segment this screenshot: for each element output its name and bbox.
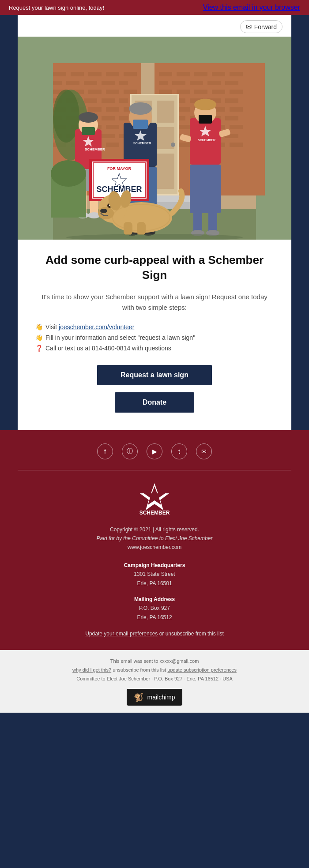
unsubscribe-text: unsubscribe from this list: [113, 667, 166, 673]
volunteer-link[interactable]: joeschember.com/volunteer: [59, 323, 134, 331]
footer-mailing: Mailing Address P.O. Box 927 Erie, PA 16…: [9, 595, 300, 622]
svg-rect-46: [106, 143, 119, 147]
copyright-text: Copyright © 2021 | All rights reserved.: [110, 526, 199, 533]
svg-point-142: [194, 99, 216, 110]
svg-rect-9: [66, 81, 79, 85]
facebook-icon[interactable]: f: [97, 443, 113, 459]
svg-rect-31: [102, 116, 115, 120]
preferences-suffix: or unsubscribe from this list: [159, 631, 224, 637]
footer-bottom-text: This email was sent to xxxxx@gmail.com w…: [9, 657, 300, 683]
svg-rect-32: [119, 116, 128, 120]
svg-rect-15: [88, 90, 102, 94]
svg-rect-7: [124, 72, 137, 76]
footer-copyright: Copyright © 2021 | All rights reserved. …: [9, 525, 300, 552]
mailchimp-label: mailchimp: [147, 694, 175, 701]
svg-rect-63: [230, 90, 243, 94]
hq-address1: 1301 State Street: [134, 571, 175, 577]
main-headline: Add some curb-appeal with a Schember Sig…: [35, 253, 274, 283]
hero-svg: SCHEMBER SCHEMBER: [18, 37, 291, 240]
committee-text: Committee to Elect Joe Schember · P.O. B…: [76, 676, 233, 681]
step2-text: Fill in your information and select "req…: [45, 334, 195, 341]
top-bar: Request your lawn sign online, today! Vi…: [0, 0, 309, 15]
step2-emoji: 👋: [35, 334, 43, 341]
svg-rect-123: [133, 120, 148, 129]
mailchimp-logo: 🐒: [134, 692, 143, 702]
facebook-glyph: f: [104, 448, 106, 455]
svg-point-163: [51, 160, 86, 187]
svg-rect-145: [208, 213, 217, 232]
svg-text:SCHEMBER: SCHEMBER: [198, 139, 215, 142]
forward-icon: ✉: [246, 23, 252, 31]
svg-rect-41: [102, 134, 115, 138]
svg-rect-36: [106, 125, 119, 129]
svg-text:SCHEMBER: SCHEMBER: [139, 510, 170, 516]
svg-rect-73: [230, 107, 243, 112]
instagram-icon[interactable]: ⓘ: [122, 443, 138, 459]
svg-rect-20: [84, 98, 97, 103]
footer-divider: [18, 470, 291, 470]
svg-rect-144: [193, 213, 202, 232]
hero-image: SCHEMBER SCHEMBER: [18, 37, 291, 240]
instagram-glyph: ⓘ: [127, 447, 133, 455]
svg-rect-93: [230, 143, 243, 147]
svg-point-113: [79, 112, 98, 123]
website-text: www.joeschember.com: [128, 544, 182, 550]
mail-address1: P.O. Box 927: [139, 605, 170, 611]
paid-for-text: Paid for by the Committee to Elect Joe S…: [97, 535, 213, 541]
footer-bottom: This email was sent to xxxxx@gmail.com w…: [0, 650, 309, 712]
svg-rect-26: [106, 107, 119, 112]
svg-rect-12: [119, 81, 128, 85]
sent-to-text: This email was sent to xxxxx@gmail.com: [110, 658, 199, 664]
svg-rect-68: [225, 98, 238, 103]
mail-label: Mailing Address: [134, 596, 175, 602]
hq-address2: Erie, PA 16501: [137, 580, 172, 586]
why-link[interactable]: why did I get this?: [72, 667, 111, 673]
twitter-icon[interactable]: t: [171, 443, 187, 459]
svg-rect-22: [119, 98, 128, 103]
step1-text: Visit joeschember.com/volunteer: [45, 323, 134, 331]
svg-rect-16: [106, 90, 119, 94]
svg-rect-11: [102, 81, 115, 85]
update-subscription-link[interactable]: update subscription preferences: [167, 667, 237, 673]
svg-rect-59: [159, 90, 172, 94]
step-1: 👋 Visit joeschember.com/volunteer: [35, 323, 274, 331]
svg-text:SCHEMBER: SCHEMBER: [96, 185, 142, 194]
hq-label: Campaign Headquarters: [124, 562, 185, 568]
svg-rect-8: [53, 81, 62, 85]
social-icons: f ⓘ ▶ t ✉: [9, 443, 300, 459]
view-in-browser-link[interactable]: View this email in your browser: [203, 4, 300, 11]
step3-text: Call or text us at 814-480-0814 with que…: [45, 345, 171, 352]
svg-rect-97: [157, 101, 174, 123]
step1-emoji: 👋: [35, 323, 43, 331]
svg-rect-3: [53, 72, 66, 76]
step-3: ❓ Call or text us at 814-480-0814 with q…: [35, 345, 274, 352]
forward-bar: ✉ Forward: [18, 15, 291, 37]
svg-rect-21: [102, 98, 115, 103]
svg-rect-4: [71, 72, 84, 76]
svg-rect-51: [194, 72, 207, 76]
email-icon[interactable]: ✉: [196, 443, 212, 459]
steps-list: 👋 Visit joeschember.com/volunteer 👋 Fill…: [35, 323, 274, 352]
svg-rect-25: [88, 107, 102, 112]
forward-label: Forward: [254, 23, 277, 30]
youtube-icon[interactable]: ▶: [147, 443, 162, 459]
svg-rect-62: [212, 90, 225, 94]
request-lawn-sign-button[interactable]: Request a lawn sign: [97, 365, 212, 385]
svg-rect-56: [190, 81, 203, 85]
top-bar-left-text: Request your lawn sign online, today!: [9, 4, 104, 11]
step3-emoji: ❓: [35, 345, 43, 352]
svg-rect-61: [194, 90, 207, 94]
svg-rect-159: [137, 222, 146, 235]
svg-point-124: [129, 102, 152, 115]
forward-button[interactable]: ✉ Forward: [240, 20, 283, 33]
donate-button[interactable]: Donate: [115, 392, 194, 413]
svg-text:SCHEMBER: SCHEMBER: [133, 142, 151, 145]
schember-logo: SCHEMBER: [9, 481, 300, 518]
mail-address2: Erie, PA 16512: [137, 614, 172, 620]
svg-rect-141: [199, 115, 212, 124]
step-2: 👋 Fill in your information and select "r…: [35, 334, 274, 341]
update-preferences-link[interactable]: Update your email preferences: [85, 631, 158, 637]
mailchimp-badge[interactable]: 🐒 mailchimp: [127, 689, 182, 706]
svg-rect-50: [177, 72, 190, 76]
youtube-glyph: ▶: [152, 448, 157, 455]
